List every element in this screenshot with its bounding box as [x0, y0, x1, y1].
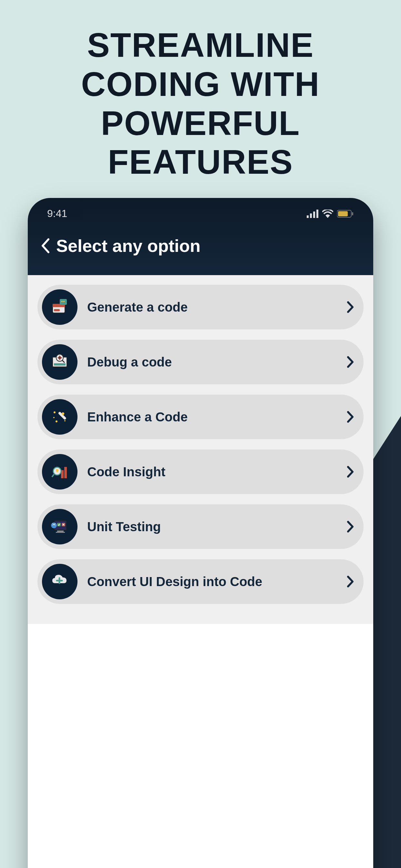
chevron-right-icon	[347, 466, 354, 478]
chevron-right-icon	[347, 576, 354, 588]
svg-rect-5	[338, 211, 348, 216]
option-label: Convert UI Design into Code	[78, 575, 347, 589]
option-label: Unit Testing	[78, 520, 347, 534]
svg-rect-12	[54, 363, 66, 366]
phone-frame: 9:41	[28, 198, 373, 868]
chevron-right-icon	[347, 301, 354, 313]
option-label: Enhance a Code	[78, 410, 347, 424]
generate-code-icon	[42, 289, 78, 325]
enhance-code-icon	[42, 399, 78, 435]
svg-point-23	[53, 417, 55, 418]
svg-point-33	[51, 523, 57, 528]
svg-point-21	[56, 421, 58, 423]
svg-rect-6	[352, 212, 353, 215]
option-enhance-code[interactable]: Enhance a Code	[37, 395, 364, 439]
wifi-icon	[322, 210, 333, 218]
svg-rect-2	[313, 212, 315, 218]
option-label: Generate a code	[78, 300, 347, 314]
battery-icon	[337, 210, 354, 218]
svg-rect-31	[57, 523, 61, 526]
svg-rect-3	[316, 210, 318, 218]
svg-rect-9	[54, 309, 60, 311]
svg-rect-25	[64, 467, 67, 478]
option-debug-code[interactable]: Debug a code	[37, 340, 364, 384]
option-generate-code[interactable]: Generate a code	[37, 285, 364, 330]
svg-rect-0	[307, 215, 309, 218]
status-time: 9:41	[47, 208, 67, 220]
marketing-headline: Streamline Coding with Powerful Features	[0, 0, 401, 195]
option-unit-testing[interactable]: Unit Testing	[37, 504, 364, 549]
signal-icon	[307, 210, 318, 218]
header-row: Select any option	[41, 236, 360, 262]
option-convert-ui[interactable]: Convert UI Design into Code	[37, 559, 364, 604]
status-icons	[307, 210, 354, 218]
convert-ui-icon	[42, 564, 78, 599]
option-label: Code Insight	[78, 465, 347, 479]
svg-line-27	[52, 474, 54, 477]
page-title: Select any option	[56, 236, 201, 256]
option-code-insight[interactable]: Code Insight	[37, 450, 364, 494]
svg-point-19	[62, 412, 64, 415]
debug-code-icon	[42, 344, 78, 380]
status-bar: 9:41	[41, 208, 360, 236]
svg-rect-29	[57, 531, 64, 532]
svg-point-22	[64, 420, 66, 422]
code-insight-icon	[42, 454, 78, 490]
svg-rect-30	[56, 532, 65, 533]
back-button[interactable]	[41, 238, 50, 253]
option-label: Debug a code	[78, 355, 347, 369]
phone-header: 9:41	[28, 198, 373, 275]
chevron-right-icon	[347, 411, 354, 423]
chevron-right-icon	[347, 356, 354, 368]
svg-point-20	[54, 411, 56, 413]
unit-testing-icon	[42, 509, 78, 545]
svg-rect-1	[310, 213, 312, 218]
chevron-right-icon	[347, 521, 354, 533]
options-list: Generate a code Debug a code	[28, 275, 373, 624]
